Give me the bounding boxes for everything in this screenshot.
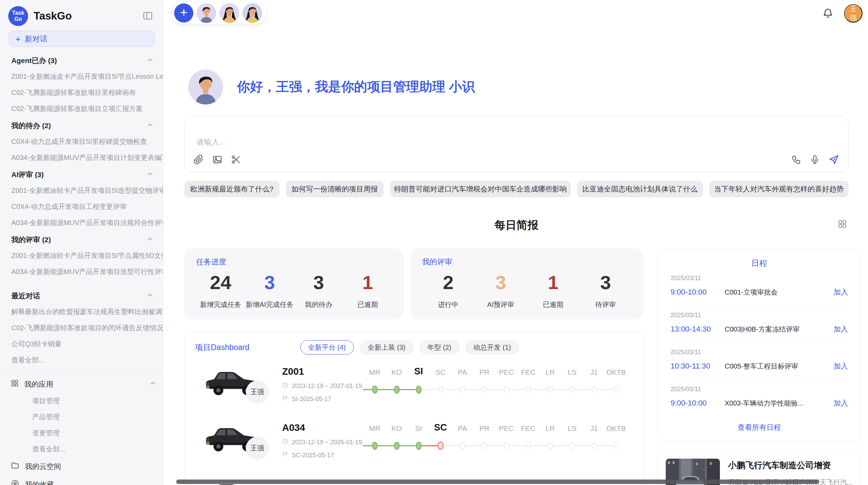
sidebar-collapse-button[interactable]: [142, 10, 154, 22]
schedule-join-link[interactable]: 加入: [833, 398, 848, 408]
milestone-node-PA[interactable]: [460, 443, 465, 449]
suggestion-chip[interactable]: 比亚迪全固态电池计划具体说了什么: [577, 181, 703, 197]
attach-file-button[interactable]: [194, 154, 204, 166]
project-row-A034[interactable]: 王强 A034 2023-12-19 ~ 2026-01-19 SC-2025-…: [195, 419, 633, 467]
milestone-node-SC[interactable]: [437, 442, 444, 450]
agent-avatar-1[interactable]: [196, 3, 216, 23]
milestone-node-LR[interactable]: [548, 386, 553, 393]
milestone-node-LS[interactable]: [570, 443, 575, 449]
clock-icon: [282, 382, 288, 390]
dashboard-tab[interactable]: 全新平台 (4): [300, 340, 354, 355]
schedule-join-link[interactable]: 加入: [833, 324, 848, 334]
attach-image-button[interactable]: [212, 154, 222, 166]
new-conversation-button[interactable]: +: [174, 3, 193, 23]
milestone-node-KO[interactable]: [394, 386, 400, 394]
milestone-node-J1[interactable]: [592, 443, 597, 449]
sidebar-item[interactable]: Z001-全新燃油轻卡产品开发项目SI造型提交物评审: [0, 183, 163, 199]
milestone-node-OKTB[interactable]: [614, 443, 619, 449]
milestone-node-PA[interactable]: [460, 386, 465, 393]
schedule-join-link[interactable]: 加入: [833, 361, 848, 371]
sidebar-item[interactable]: A034-全新新能源MUV产品开发项目计划变更表编写: [0, 150, 163, 166]
milestone-label-KO: KO: [391, 368, 402, 376]
schedule-view-all-link[interactable]: 查看所有日程: [736, 422, 783, 433]
schedule-row: 9:00-10:00 X003-车辆动力学性能验... 加入: [671, 398, 848, 408]
notifications-button[interactable]: [822, 7, 834, 20]
suggestion-chip[interactable]: 当下年轻人对汽车外观有怎样的喜好趋势: [709, 181, 848, 197]
sidebar-item[interactable]: Z001-全新燃油轻卡产品开发项目SI节点属性5D文件评审: [0, 248, 163, 264]
sidebar-item[interactable]: A034-全新新能源MUV产品开发项目造型可行性评审: [0, 264, 163, 280]
metric-value: 3: [474, 272, 527, 293]
metric-label: 进行中: [422, 300, 474, 309]
sidebar-section-header[interactable]: 我的评审 (2): [0, 231, 163, 248]
chat-input[interactable]: [196, 135, 837, 149]
dashboard-tab[interactable]: 动总开发 (1): [466, 340, 519, 355]
app-item[interactable]: 项目管理: [0, 393, 163, 409]
milestone-node-FEC[interactable]: [526, 443, 531, 449]
schedule-time: 13:00-14:30: [671, 325, 725, 334]
milestone-node-MR[interactable]: [372, 442, 378, 450]
suggestion-chip[interactable]: 如何写一份清晰的项目周报: [286, 181, 384, 197]
user-avatar[interactable]: 王强: [844, 4, 863, 23]
sidebar-section-header[interactable]: Agent已办 (3): [0, 52, 163, 69]
milestone-node-PR[interactable]: [482, 443, 487, 449]
microphone-button[interactable]: [810, 154, 820, 166]
dashboard-tab[interactable]: 年型 (2): [420, 340, 459, 355]
new-chat-button[interactable]: + 新对话: [9, 31, 155, 47]
sidebar-item[interactable]: C02-飞腾新能源轻客改款项目立项汇报方案: [0, 101, 163, 117]
milestone-node-FEC[interactable]: [526, 386, 531, 393]
dashboard-header: 项目Dashboard 全新平台 (4)全新上装 (3)年型 (2)动总开发 (…: [195, 340, 633, 355]
schedule-join-link[interactable]: 加入: [833, 287, 848, 297]
milestone-label-FEC: FEC: [521, 368, 535, 376]
voice-call-button[interactable]: [791, 154, 801, 166]
milestone-node-PEC[interactable]: [504, 386, 509, 393]
favorites-icon: [11, 479, 20, 485]
milestone-node-LR[interactable]: [548, 443, 553, 449]
milestone-node-OKTB[interactable]: [614, 386, 619, 393]
suggestion-chip[interactable]: 欧洲新规最近颁布了什么?: [184, 181, 279, 197]
briefing-layout-button[interactable]: [837, 219, 847, 230]
suggestion-chip[interactable]: 特朗普可能对进口汽车增税会对中国车企造成哪些影响: [390, 181, 571, 197]
app-item[interactable]: 产品管理: [0, 409, 163, 425]
milestone-timeline: MRKOSISCPAPRPECFECLRLSJ1OKTB: [363, 363, 633, 411]
sidebar-link-star[interactable]: 我的收藏: [0, 475, 163, 485]
sidebar-section-header[interactable]: AI评审 (3): [0, 166, 163, 183]
sidebar-section-title: 我的待办 (2): [11, 121, 146, 130]
sidebar-item[interactable]: C02-飞腾新能源轻客改款项目里程碑画布: [0, 85, 163, 101]
dashboard-tab[interactable]: 全新上装 (3): [360, 340, 413, 355]
plus-icon: +: [15, 35, 21, 43]
milestone-node-LS[interactable]: [570, 386, 575, 393]
project-row-Z001[interactable]: 王强 Z001 2023-12-19 ~ 2027-01-19 SI-2025-…: [195, 363, 633, 411]
milestone-node-SI[interactable]: [416, 386, 422, 394]
agent-avatar-2[interactable]: [219, 3, 239, 23]
app-item[interactable]: 变更管理: [0, 425, 163, 441]
send-button[interactable]: [828, 154, 839, 166]
recent-chat-item[interactable]: 解释最新出台的欧盟报废车法规再生塑料比例被调至15%...: [0, 304, 163, 320]
milestone-node-PR[interactable]: [482, 386, 487, 393]
recent-view-all-link[interactable]: 查看全部...: [0, 352, 163, 368]
sidebar-item[interactable]: C0X4-动力总成开发项目工程变更评审: [0, 199, 163, 215]
milestone-node-MR[interactable]: [372, 386, 378, 394]
sidebar-item[interactable]: C0X4-动力总成开发项目SI里程碑提交物检查: [0, 134, 163, 150]
chevron-up-icon: [146, 291, 154, 300]
recent-chat-item[interactable]: 公司Q3轻卡销量: [0, 336, 163, 352]
timeline-done-segment: [363, 445, 419, 446]
milestone-node-PEC[interactable]: [504, 443, 509, 449]
milestone-node-J1[interactable]: [592, 386, 597, 393]
screenshot-button[interactable]: [231, 154, 241, 166]
recent-chat-item[interactable]: C02-飞腾新能源轻客改款项目的闭环通告反馈情况: [0, 320, 163, 336]
agent-avatar-3[interactable]: [242, 3, 262, 23]
sidebar-item[interactable]: Z001-全新燃油皮卡产品开发项目SI节点Lesson Learn报告: [0, 69, 163, 85]
app-item[interactable]: 查看全部...: [0, 441, 163, 457]
microphone-icon: [810, 154, 820, 166]
milestone-node-SI[interactable]: [416, 442, 422, 450]
milestone-label-MR: MR: [369, 424, 381, 433]
my-apps-header[interactable]: 我的应用: [0, 375, 163, 393]
horizontal-scrollbar[interactable]: [176, 480, 819, 484]
milestone-node-SC[interactable]: [438, 386, 443, 393]
recent-chats-header[interactable]: 最近对话: [0, 287, 163, 304]
sidebar-link-folder[interactable]: 我的云空间: [0, 457, 163, 475]
chevron-up-icon: [149, 380, 157, 389]
sidebar-item[interactable]: A034-全新新能源MUV产品开发项目法规符合性评审: [0, 215, 163, 231]
sidebar-section-header[interactable]: 我的待办 (2): [0, 117, 163, 134]
milestone-node-KO[interactable]: [394, 442, 400, 450]
